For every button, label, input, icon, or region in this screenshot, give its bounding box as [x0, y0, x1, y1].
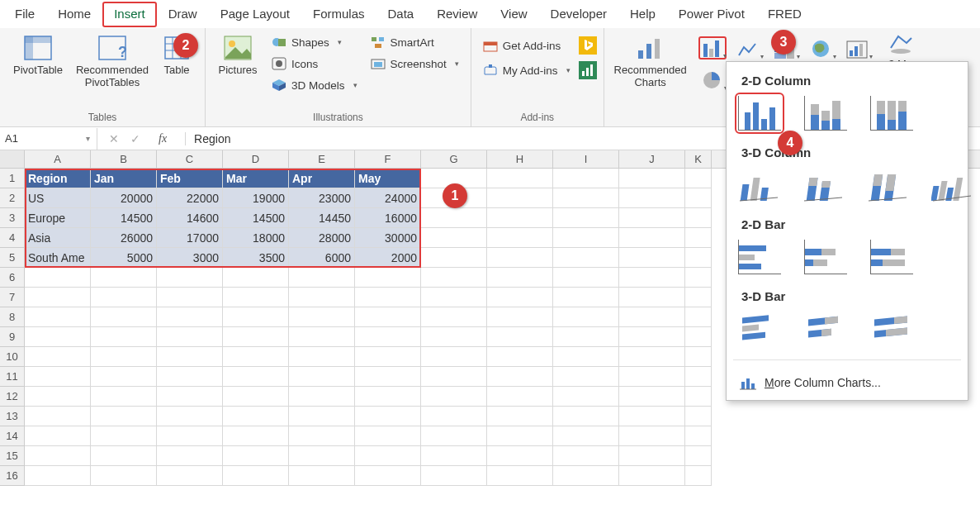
- tab-file[interactable]: File: [3, 2, 46, 27]
- col-header-F[interactable]: F: [355, 150, 421, 168]
- cell-A3[interactable]: Europe: [25, 208, 91, 228]
- insert-pie-chart-button[interactable]: [698, 68, 727, 91]
- row-header-5[interactable]: 5: [0, 248, 25, 268]
- tab-formulas[interactable]: Formulas: [301, 2, 376, 27]
- cell-B1[interactable]: Jan: [91, 169, 157, 188]
- cell-E5[interactable]: 6000: [289, 248, 355, 268]
- col-header-C[interactable]: C: [157, 150, 223, 168]
- fx-icon[interactable]: fx: [152, 132, 173, 145]
- tab-developer[interactable]: Developer: [539, 2, 618, 27]
- cell-K1[interactable]: [685, 169, 712, 188]
- tab-fred[interactable]: FRED: [756, 2, 813, 27]
- accept-formula-icon[interactable]: ✓: [130, 132, 140, 145]
- col-header-A[interactable]: A: [25, 150, 91, 168]
- cell-D3[interactable]: 14500: [223, 208, 289, 228]
- 3d-column-option[interactable]: [931, 168, 973, 202]
- 3d-map-icon[interactable]: [888, 31, 913, 55]
- pivot-table-button[interactable]: PivotTable: [7, 31, 69, 79]
- tab-draw[interactable]: Draw: [157, 2, 209, 27]
- insert-line-chart-button[interactable]: [735, 36, 763, 59]
- row-header-14[interactable]: 14: [0, 426, 25, 446]
- 3d-stacked100-column-option[interactable]: [867, 168, 908, 202]
- row-header-16[interactable]: 16: [0, 466, 25, 486]
- cell-B5[interactable]: 5000: [91, 248, 157, 268]
- tab-data[interactable]: Data: [376, 2, 425, 27]
- people-graph-icon[interactable]: [579, 61, 597, 79]
- cell-F2[interactable]: 24000: [355, 188, 421, 208]
- row-header-13[interactable]: 13: [0, 407, 25, 426]
- select-all-triangle[interactable]: [0, 150, 25, 168]
- col-header-B[interactable]: B: [91, 150, 157, 168]
- row-header-8[interactable]: 8: [0, 307, 25, 327]
- 3d-stacked-column-option[interactable]: [802, 168, 844, 202]
- cell-F4[interactable]: 30000: [355, 228, 421, 248]
- clustered-column-option[interactable]: [738, 96, 781, 131]
- col-header-D[interactable]: D: [223, 150, 289, 168]
- cell-B2[interactable]: 20000: [91, 188, 157, 208]
- tab-view[interactable]: View: [489, 2, 538, 27]
- cell-A2[interactable]: US: [25, 188, 91, 208]
- cell-H1[interactable]: [487, 169, 553, 188]
- 3d-models-button[interactable]: 3D Models: [267, 76, 362, 94]
- shapes-button[interactable]: Shapes: [267, 33, 362, 51]
- cell-E4[interactable]: 28000: [289, 228, 355, 248]
- stacked-column-option[interactable]: [804, 96, 847, 131]
- cell-A5[interactable]: South Ame: [25, 248, 91, 268]
- my-addins-button[interactable]: My Add-ins: [478, 61, 575, 79]
- cell-C4[interactable]: 17000: [157, 228, 223, 248]
- col-header-K[interactable]: K: [685, 150, 712, 168]
- recommended-pivottables-button[interactable]: ? Recommended PivotTables: [73, 31, 152, 91]
- tab-page-layout[interactable]: Page Layout: [209, 2, 301, 27]
- tab-help[interactable]: Help: [618, 2, 667, 27]
- col-header-J[interactable]: J: [619, 150, 685, 168]
- tab-power-pivot[interactable]: Power Pivot: [667, 2, 756, 27]
- row-header-7[interactable]: 7: [0, 288, 25, 307]
- stacked100-column-option[interactable]: [870, 96, 913, 131]
- cell-F3[interactable]: 16000: [355, 208, 421, 228]
- cell-C2[interactable]: 22000: [157, 188, 223, 208]
- col-header-I[interactable]: I: [553, 150, 619, 168]
- cell-F5[interactable]: 2000: [355, 248, 421, 268]
- icons-button[interactable]: Icons: [267, 55, 362, 73]
- col-header-G[interactable]: G: [421, 150, 487, 168]
- col-header-H[interactable]: H: [487, 150, 553, 168]
- cell-E2[interactable]: 23000: [289, 188, 355, 208]
- row-header-3[interactable]: 3: [0, 208, 25, 228]
- recommended-charts-button[interactable]: Recommended Charts: [611, 31, 690, 91]
- cell-D5[interactable]: 3500: [223, 248, 289, 268]
- tab-review[interactable]: Review: [425, 2, 489, 27]
- tab-home[interactable]: Home: [46, 2, 102, 27]
- clustered-bar-option[interactable]: [738, 240, 781, 274]
- 3d-stacked100-bar-option[interactable]: [870, 312, 913, 346]
- 3d-clustered-bar-option[interactable]: [738, 312, 781, 346]
- cell-B3[interactable]: 14500: [91, 208, 157, 228]
- row-header-6[interactable]: 6: [0, 268, 25, 288]
- row-header-1[interactable]: 1: [0, 169, 25, 188]
- more-column-charts-option[interactable]: More Column Charts...: [733, 369, 961, 393]
- cell-D4[interactable]: 18000: [223, 228, 289, 248]
- row-header-10[interactable]: 10: [0, 347, 25, 367]
- cell-D2[interactable]: 19000: [223, 188, 289, 208]
- row-header-11[interactable]: 11: [0, 367, 25, 387]
- stacked100-bar-option[interactable]: [870, 240, 913, 274]
- cell-D1[interactable]: Mar: [223, 169, 289, 188]
- cell-C3[interactable]: 14600: [157, 208, 223, 228]
- tab-insert[interactable]: Insert: [102, 2, 157, 27]
- cancel-formula-icon[interactable]: ✕: [109, 132, 119, 145]
- insert-column-chart-button[interactable]: [698, 36, 727, 59]
- cell-E3[interactable]: 14450: [289, 208, 355, 228]
- cell-B4[interactable]: 26000: [91, 228, 157, 248]
- cell-J1[interactable]: [619, 169, 685, 188]
- pivot-chart-button[interactable]: [844, 36, 872, 59]
- cell-I1[interactable]: [553, 169, 619, 188]
- row-header-4[interactable]: 4: [0, 228, 25, 248]
- stacked-bar-option[interactable]: [804, 240, 847, 274]
- screenshot-button[interactable]: Screenshot: [366, 55, 464, 73]
- get-addins-button[interactable]: Get Add-ins: [478, 36, 575, 55]
- bing-icon[interactable]: [579, 36, 597, 55]
- cell-E1[interactable]: Apr: [289, 169, 355, 188]
- cell-F1[interactable]: May: [355, 169, 421, 188]
- 3d-stacked-bar-option[interactable]: [804, 312, 847, 346]
- cell-C5[interactable]: 3000: [157, 248, 223, 268]
- row-header-2[interactable]: 2: [0, 188, 25, 208]
